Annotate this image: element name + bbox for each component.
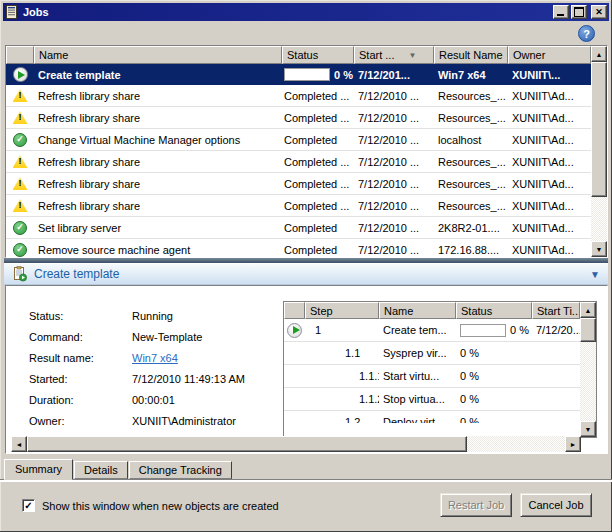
tab-change-tracking[interactable]: Change Tracking: [129, 461, 232, 479]
field-value: 00:00:01: [132, 394, 175, 406]
warning-icon: !: [13, 155, 28, 168]
job-start: 7/12/2010 ...: [354, 90, 434, 102]
table-row[interactable]: ✓Remove source machine agentCompleted7/1…: [6, 239, 591, 257]
jobs-column-header[interactable]: Start ...▼: [354, 46, 434, 64]
scroll-up-icon[interactable]: ▲: [591, 46, 607, 62]
jobs-column-header[interactable]: Result Name: [434, 46, 508, 64]
job-start: 7/12/2010 ...: [354, 222, 434, 234]
job-start: 7/12/2010 ...: [354, 112, 434, 124]
scroll-down-icon[interactable]: ▼: [580, 421, 596, 437]
job-icon-cell: !: [6, 155, 34, 168]
collapse-chevron-icon[interactable]: ▼: [590, 269, 600, 280]
maximize-button[interactable]: [571, 5, 587, 19]
minimize-button[interactable]: [553, 5, 569, 19]
step-number: 1.1.2: [305, 393, 379, 405]
step-row[interactable]: 1.1Sysprep vir...0 %: [284, 342, 580, 365]
job-owner: XUNIIT\Ad...: [508, 200, 591, 212]
job-icon-cell: !: [6, 177, 34, 190]
jobs-column-header[interactable]: [6, 46, 34, 64]
close-button[interactable]: ✕: [591, 5, 607, 19]
job-details-icon: [12, 266, 28, 282]
show-window-option: ✓ Show this window when new objects are …: [22, 499, 279, 512]
scroll-track[interactable]: [467, 436, 565, 452]
field-label: Started:: [29, 373, 129, 385]
steps-column-header[interactable]: Start Ti...: [532, 302, 580, 319]
job-owner: XUNIIT\Ad...: [508, 112, 591, 124]
warning-icon: !: [13, 111, 28, 124]
scroll-thumb[interactable]: [580, 318, 596, 342]
scroll-right-icon[interactable]: ►: [565, 436, 581, 452]
job-result: 2K8R2-01....: [434, 222, 508, 234]
minimize-icon: [557, 14, 564, 16]
restart-job-button[interactable]: Restart Job: [440, 493, 512, 517]
field-value: Running: [132, 310, 173, 322]
job-icon-cell: [6, 67, 34, 82]
job-icon-cell: ✓: [6, 221, 34, 235]
progress-text: 0 %: [510, 324, 529, 336]
job-start: 7/12/2010 ...: [354, 244, 434, 256]
job-start: 7/12/201...: [354, 69, 434, 81]
close-icon: ✕: [595, 8, 603, 17]
table-row[interactable]: !Refresh library shareCompleted ...7/12/…: [6, 85, 591, 107]
cancel-job-button[interactable]: Cancel Job: [520, 493, 592, 517]
details-hscrollbar[interactable]: ◄ ►: [11, 436, 581, 452]
running-icon: [287, 323, 302, 338]
job-icon-cell: ✓: [6, 133, 34, 147]
table-row[interactable]: !Refresh library shareCompleted ...7/12/…: [6, 195, 591, 217]
scroll-track[interactable]: [580, 342, 596, 421]
jobs-vscrollbar[interactable]: ▲ ▼: [591, 46, 607, 257]
scroll-down-icon[interactable]: ▼: [591, 241, 607, 257]
detail-field: Owner:XUNIIT\Administrator: [6, 411, 281, 431]
steps-column-header[interactable]: Name: [379, 302, 456, 319]
step-name: Start virtu...: [379, 370, 456, 382]
scroll-thumb[interactable]: [591, 62, 607, 197]
show-window-checkbox[interactable]: ✓: [22, 499, 35, 512]
job-result: Resources_...: [434, 112, 508, 124]
job-status: 0 %: [282, 68, 354, 81]
scroll-up-icon[interactable]: ▲: [580, 302, 596, 318]
success-icon: ✓: [13, 133, 27, 147]
job-owner: XUNIIT\Ad...: [508, 156, 591, 168]
steps-column-header[interactable]: Step: [305, 302, 379, 319]
step-row[interactable]: 1.1.2Stop virtua...0 %: [284, 388, 580, 411]
step-status: 0 %: [456, 416, 532, 423]
job-result: localhost: [434, 134, 508, 146]
result-link[interactable]: Win7 x64: [132, 352, 178, 364]
job-start: 7/12/2010 ...: [354, 178, 434, 190]
table-row[interactable]: ✓Change Virtual Machine Manager optionsC…: [6, 129, 591, 151]
step-row[interactable]: 1.1.1Start virtu...0 %: [284, 365, 580, 388]
tab-summary[interactable]: Summary: [4, 459, 73, 480]
job-status: Completed ...: [282, 178, 354, 190]
help-button[interactable]: ?: [578, 25, 595, 42]
step-row[interactable]: 1.2Deploy virt...0 %: [284, 411, 580, 423]
jobs-column-header[interactable]: Status: [282, 46, 354, 64]
job-owner: XUNIIT\Ad...: [508, 222, 591, 234]
play-triangle-icon: [18, 71, 25, 79]
step-row[interactable]: 1Create tem...0 %7/12/20...: [284, 319, 580, 342]
field-value: 7/12/2010 11:49:13 AM: [132, 373, 245, 385]
jobs-column-header[interactable]: Name: [34, 46, 282, 64]
tab-details[interactable]: Details: [74, 461, 128, 479]
jobs-table-header: NameStatusStart ...▼Result NameOwner: [6, 46, 591, 64]
job-name: Set library server: [34, 222, 282, 234]
job-owner: XUNIIT\Ad...: [508, 178, 591, 190]
steps-vscrollbar[interactable]: ▲ ▼: [580, 302, 596, 437]
table-row[interactable]: Create template0 %7/12/201...Win7 x64XUN…: [6, 64, 591, 85]
steps-column-header[interactable]: Status: [456, 302, 532, 319]
table-row[interactable]: ✓Set library serverCompleted7/12/2010 ..…: [6, 217, 591, 239]
scroll-track[interactable]: [591, 197, 607, 241]
step-status: 0 %: [456, 370, 532, 382]
help-icon: ?: [583, 28, 590, 40]
jobs-window: Jobs ✕ ? NameStatusStart ...▼Result Name…: [0, 0, 612, 532]
table-row[interactable]: !Refresh library shareCompleted ...7/12/…: [6, 107, 591, 129]
steps-column-header[interactable]: [284, 302, 305, 319]
scroll-thumb[interactable]: [27, 436, 467, 452]
scroll-left-icon[interactable]: ◄: [11, 436, 27, 452]
titlebar[interactable]: Jobs ✕: [3, 3, 609, 21]
checkbox-label: Show this window when new objects are cr…: [42, 500, 279, 512]
field-value: XUNIIT\Administrator: [132, 415, 236, 427]
table-row[interactable]: !Refresh library shareCompleted ...7/12/…: [6, 151, 591, 173]
jobs-column-header[interactable]: Owner: [508, 46, 591, 64]
job-name: Create template: [34, 69, 282, 81]
table-row[interactable]: !Refresh library shareCompleted ...7/12/…: [6, 173, 591, 195]
